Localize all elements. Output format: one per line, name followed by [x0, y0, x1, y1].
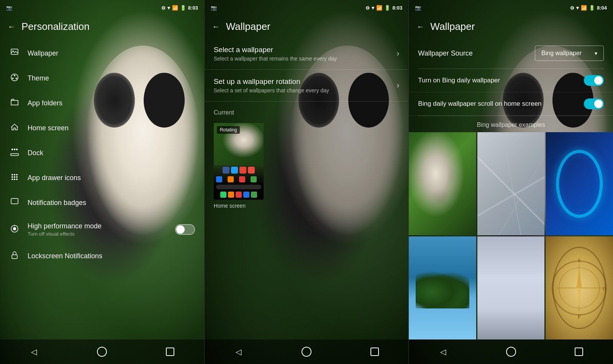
- home-screen-label: Home screen: [28, 124, 69, 132]
- time-1: 8:03: [188, 5, 198, 11]
- bottom-nav-1: ◁: [0, 339, 204, 364]
- status-left-2: 📷: [211, 5, 217, 11]
- bing-glass-inner: [477, 132, 545, 235]
- panel-personalization: 📷 ⊖ ▾ 📶 🔋 8:03 ← Personalization Wallpap…: [0, 0, 204, 364]
- time-2: 8:03: [392, 5, 402, 11]
- content-overlay-1: 📷 ⊖ ▾ 📶 🔋 8:03 ← Personalization Wallpap…: [0, 0, 204, 364]
- home-nav-1[interactable]: [93, 343, 110, 360]
- recent-nav-1[interactable]: [162, 343, 179, 360]
- bing-thumb-glass[interactable]: [477, 132, 545, 235]
- bing-scroll-toggle[interactable]: [584, 98, 604, 109]
- recent-square-3: [575, 348, 583, 356]
- select-wallpaper-option[interactable]: Select a wallpaper Select a wallpaper th…: [205, 38, 409, 70]
- home-circle-2: [302, 347, 311, 357]
- svg-point-10: [11, 174, 13, 175]
- svg-point-25: [559, 268, 600, 308]
- status-right-2: ⊖ ▾ 📶 🔋 8:03: [366, 5, 402, 11]
- menu-list-1: Wallpaper Theme App folders Home screen: [0, 38, 204, 339]
- minus-icon-2: ⊖: [366, 5, 370, 11]
- menu-item-notification-badges[interactable]: Notification badges: [0, 190, 204, 215]
- wallpaper-thumb[interactable]: Rotating: [214, 123, 264, 200]
- svg-point-16: [11, 179, 13, 180]
- bing-compass-inner: S P O: [546, 236, 613, 339]
- back-nav-1[interactable]: ◁: [26, 343, 43, 360]
- svg-rect-6: [11, 154, 18, 156]
- menu-item-theme[interactable]: Theme: [0, 66, 204, 91]
- svg-point-5: [16, 78, 17, 79]
- minus-icon-1: ⊖: [161, 5, 166, 11]
- home-circle-3: [506, 347, 516, 357]
- svg-point-3: [14, 75, 15, 76]
- bing-thumb-compass[interactable]: S P O: [546, 236, 613, 339]
- source-label: Wallpaper Source: [418, 49, 472, 57]
- menu-item-app-folders[interactable]: App folders: [0, 91, 204, 116]
- back-nav-3[interactable]: ◁: [434, 343, 451, 360]
- thumb-search: [216, 185, 261, 189]
- recent-square-2: [370, 348, 379, 356]
- back-button-2[interactable]: ←: [212, 22, 220, 31]
- battery-icon-3: 🔋: [589, 5, 595, 11]
- current-label: Current: [205, 102, 409, 120]
- chevron-select: ›: [397, 49, 399, 59]
- td2: [228, 192, 234, 198]
- menu-item-home-screen[interactable]: Home screen: [0, 116, 204, 141]
- back-triangle-3: ◁: [440, 347, 446, 356]
- rotation-option[interactable]: Set up a wallpaper rotation Select a set…: [205, 70, 409, 102]
- homescreen-icon: [9, 123, 20, 134]
- app-folders-label: App folders: [28, 99, 62, 107]
- bing-thumb-islands[interactable]: [409, 236, 476, 339]
- svg-text:O: O: [603, 286, 607, 291]
- select-wallpaper-text: Select a wallpaper Select a wallpaper th…: [214, 46, 337, 62]
- camera-icon-1: 📷: [6, 5, 12, 11]
- status-bar-3: 📷 ⊖ ▾ 📶 🔋 8:04: [409, 0, 613, 15]
- status-left-3: 📷: [415, 5, 421, 11]
- tg4: [251, 176, 257, 182]
- status-bar-1: 📷 ⊖ ▾ 📶 🔋 8:03: [0, 0, 204, 15]
- home-nav-3[interactable]: [503, 343, 520, 360]
- camera-icon-3: 📷: [415, 5, 421, 11]
- recent-nav-2[interactable]: [366, 343, 383, 360]
- page-header-2: ← Wallpaper: [205, 15, 409, 38]
- svg-point-14: [14, 176, 15, 178]
- high-performance-toggle[interactable]: [175, 224, 195, 235]
- home-nav-2[interactable]: [298, 343, 315, 360]
- back-button-1[interactable]: ←: [8, 22, 15, 31]
- wifi-icon-1: ▾: [167, 5, 170, 11]
- back-button-3[interactable]: ←: [416, 22, 424, 31]
- menu-item-high-performance[interactable]: High performance mode Turn off visual ef…: [0, 215, 204, 244]
- thumb-screen: [214, 123, 264, 200]
- panel-bing-wallpaper: 📷 ⊖ ▾ 📶 🔋 8:04 ← Wallpaper Wallpaper Sou…: [408, 0, 613, 364]
- bing-thumb-ring[interactable]: [546, 132, 613, 235]
- app-drawer-label: App drawer icons: [28, 174, 81, 182]
- svg-point-18: [16, 179, 18, 180]
- menu-item-dock[interactable]: Dock: [0, 141, 204, 166]
- page-title-1: Personalization: [21, 21, 90, 33]
- bing-examples-label: Bing wallpaper examples: [409, 116, 613, 132]
- bing-daily-toggle[interactable]: [584, 75, 604, 86]
- svg-point-13: [11, 176, 13, 178]
- wallpaper-source-row: Wallpaper Source Bing wallpaper ▾: [409, 38, 613, 69]
- wallpaper-icon: [9, 48, 20, 59]
- page-title-3: Wallpaper: [430, 21, 475, 33]
- menu-item-lockscreen[interactable]: Lockscreen Notifications: [0, 244, 204, 269]
- recent-nav-3[interactable]: [570, 343, 587, 360]
- high-performance-subtitle: Turn off visual effects: [28, 231, 167, 237]
- tg2: [228, 176, 234, 182]
- dock-label: Dock: [28, 149, 43, 157]
- notification-badges-label: Notification badges: [28, 199, 86, 207]
- svg-rect-8: [14, 149, 15, 150]
- menu-item-app-drawer[interactable]: App drawer icons: [0, 166, 204, 190]
- content-overlay-3: 📷 ⊖ ▾ 📶 🔋 8:04 ← Wallpaper Wallpaper Sou…: [409, 0, 613, 364]
- source-dropdown[interactable]: Bing wallpaper ▾: [535, 46, 604, 61]
- back-nav-2[interactable]: ◁: [230, 343, 247, 360]
- bottom-nav-3: ◁: [409, 339, 613, 364]
- lockscreen-icon: [9, 251, 20, 262]
- svg-point-11: [14, 174, 15, 175]
- wallpaper-label: Wallpaper: [28, 49, 58, 57]
- toggle-row-bing-daily: Turn on Bing daily wallpaper: [409, 69, 613, 92]
- bing-thumb-panda[interactable]: [409, 132, 476, 235]
- bing-thumb-fog[interactable]: [477, 236, 545, 339]
- back-triangle-1: ◁: [31, 347, 37, 356]
- menu-item-wallpaper[interactable]: Wallpaper: [0, 41, 204, 66]
- bing-islands-inner: [409, 236, 476, 339]
